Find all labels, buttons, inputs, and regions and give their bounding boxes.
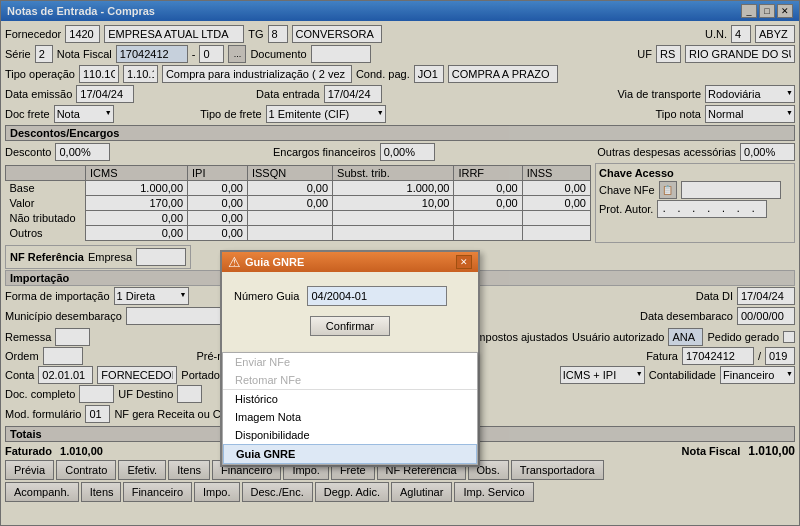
guia-gnre-menu[interactable]: Guia GNRE [223,444,477,464]
modal-icon: ⚠ [228,254,241,270]
modal-overlay: ⚠ Guia GNRE ✕ Número Guia Confirmar Envi… [0,0,800,526]
retomar-nfe-menu[interactable]: Retomar NFe [223,371,477,389]
disponibilidade-menu[interactable]: Disponibilidade [223,426,477,444]
modal-content: Número Guia Confirmar [222,272,478,350]
modal-close-btn[interactable]: ✕ [456,255,472,269]
modal-confirmar-btn[interactable]: Confirmar [310,316,390,336]
historico-menu[interactable]: Histórico [223,390,477,408]
modal-numero-row: Número Guia [234,286,466,306]
modal-numero-input[interactable] [307,286,447,306]
guia-gnre-modal: ⚠ Guia GNRE ✕ Número Guia Confirmar Envi… [220,250,480,467]
modal-btn-row: Confirmar [234,316,466,336]
modal-title: Guia GNRE [245,256,304,268]
modal-title-bar: ⚠ Guia GNRE ✕ [222,252,478,272]
context-menu: Enviar NFe Retomar NFe Histórico Imagem … [222,352,478,465]
enviar-nfe-menu[interactable]: Enviar NFe [223,353,477,371]
imagem-nota-menu[interactable]: Imagem Nota [223,408,477,426]
modal-numero-label: Número Guia [234,290,299,302]
